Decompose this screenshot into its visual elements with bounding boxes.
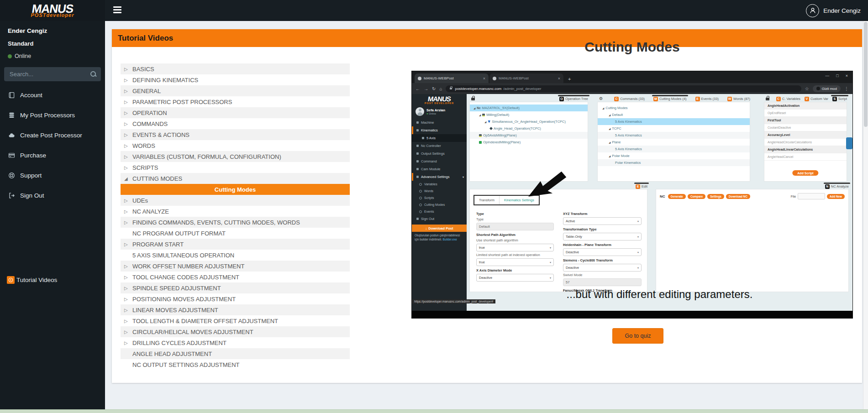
tutorial-topic-row[interactable]: ▷UDEs <box>121 195 350 206</box>
tutorial-topic-row[interactable]: ▷WORK OFFSET NUMBER ADJUSTMENT <box>121 261 350 272</box>
variable-row: AngleHeadCircularCalculations <box>764 139 847 146</box>
expander-icon[interactable]: ▷ <box>124 206 128 217</box>
tutorial-topic-row[interactable]: ▷SCRIPTS <box>121 162 350 173</box>
expander-icon[interactable]: ◢ <box>124 173 128 184</box>
tutorial-topic-row[interactable]: ▷GENERAL <box>121 85 350 96</box>
tutorial-topic-row[interactable]: ▷DRILLING CYCLES ADJUSTMENT <box>121 337 350 348</box>
sidebar-item-tutorial-videos[interactable]: Tutorial Videos <box>0 273 105 287</box>
tutorial-topic-row[interactable]: ▷TOOL LENGTH & DIAMETER OFFSET ADJUSTMEN… <box>121 315 350 326</box>
online-status-icon <box>8 54 12 58</box>
expander-icon[interactable]: ▷ <box>124 118 128 129</box>
cutting-modes-tree-row: ◢Polar Mode <box>598 152 750 159</box>
favicon-icon <box>493 77 496 80</box>
video-caption: ...but with different editing parameters… <box>467 288 852 301</box>
tutorial-lesson-row[interactable]: Cutting Modes <box>121 184 350 195</box>
tutorial-topic-row[interactable]: ▷TOOL CHANGE CODES ADJUSTMENT <box>121 272 350 282</box>
expander-icon[interactable]: ▷ <box>124 282 128 293</box>
page-scrollbar[interactable] <box>863 21 868 410</box>
new-tab-icon: + <box>568 76 571 82</box>
cutting-modes-tree-row: ◢Default <box>598 111 750 118</box>
tutorial-topic-row[interactable]: NC OUTPUT SETTINGS ADJUSTMENT <box>121 359 350 370</box>
expander-icon[interactable]: ▷ <box>124 217 128 228</box>
tutorial-topic-row[interactable]: ◢CUTTING MODES <box>121 173 350 184</box>
expander-icon[interactable]: ▷ <box>124 162 128 173</box>
tutorial-topic-row[interactable]: ▷LINEAR MOVES ADJUSTMENT <box>121 304 350 315</box>
expander-icon[interactable]: ▷ <box>124 63 128 74</box>
sidebar-item-my-post-processors[interactable]: My Post Processors <box>0 105 105 125</box>
field-label: Swivel Mode <box>563 273 642 277</box>
tutorial-topic-row[interactable]: ▷OPERATION <box>121 107 350 118</box>
tutorial-topic-row[interactable]: ▷WORDS <box>121 140 350 151</box>
tutorial-topic-row[interactable]: 5 AXIS SIMULTANEOUS OPERATION <box>121 250 350 261</box>
expander-icon[interactable]: ▷ <box>124 151 128 162</box>
expander-icon[interactable]: ▷ <box>124 129 128 140</box>
field-heading: Siemens - Cycle800 Transform <box>563 258 642 262</box>
field-heading: XYZ Transform <box>563 212 642 216</box>
tutorial-topic-row[interactable]: ▷PARAMETRIC POST PROCESSORS <box>121 96 350 107</box>
sidebar-user-panel: Ender Cengiz Standard Online <box>0 21 105 59</box>
sidebar-item-create-post-processor[interactable]: Create Post Processor <box>0 125 105 145</box>
tutorial-topic-row[interactable]: ▷SPINDLE SPEED ADJUSTMENT <box>121 282 350 293</box>
tutorial-topic-row[interactable]: ▷BASICS <box>121 63 350 74</box>
video-nav-machine: Machine <box>412 119 467 126</box>
expander-icon[interactable]: ▷ <box>124 107 128 118</box>
browser-tab-title: MANUS-WEBPost <box>499 76 529 80</box>
topic-label: CIRCULAR/HELICAL MOVES ADJUSTMENT <box>132 329 253 335</box>
tutorial-topic-row[interactable]: ▷NC ANALYZE <box>121 206 350 217</box>
sidebar-item-support[interactable]: Support <box>0 165 105 185</box>
expander-icon[interactable]: ▷ <box>124 315 128 326</box>
tutorial-topic-row[interactable]: ▷PROGRAM START <box>121 239 350 250</box>
tab-words-87: WWords (87) <box>727 95 750 101</box>
scrollbar-thumb[interactable] <box>864 22 868 127</box>
anglehead-icon <box>489 127 493 130</box>
tab-cutting-modes-4: MCutting Modes (4) <box>653 95 687 101</box>
topic-label: WORDS <box>132 142 155 149</box>
topbar-user-menu[interactable]: Ender Cengiz <box>806 0 861 21</box>
go-to-quiz-button[interactable]: Go to quiz <box>612 328 663 344</box>
nc-analyze-header: N NC Analyze <box>656 182 849 189</box>
video-nav-5-axis: 5 Axis <box>412 134 467 142</box>
expander-icon[interactable]: ▷ <box>124 96 128 107</box>
tutorial-topic-row[interactable]: ▷FINDING COMMANDS, EVENTS, CUTTING MODES… <box>121 217 350 228</box>
video-nav-command: Command <box>412 157 467 165</box>
expander-icon[interactable]: ▷ <box>124 74 128 85</box>
tutorial-topic-row[interactable]: ▷COMMANDS <box>121 118 350 129</box>
expander-icon[interactable]: ▷ <box>124 239 128 250</box>
brand-logo[interactable]: MANUS POSTdeveloper <box>0 0 105 21</box>
search-icon[interactable] <box>90 71 96 78</box>
nav-bullet-icon <box>419 190 422 193</box>
tutorial-topic-row[interactable]: ▷EVENTS & ACTIONS <box>121 129 350 140</box>
select-value: true <box>479 260 485 264</box>
cutting-modes-tree-row: Polar Kinematics <box>598 159 750 166</box>
tutorial-topic-row[interactable]: ▷DEFINING KINEMATICS <box>121 74 350 85</box>
field-select: Deactive▾ <box>563 264 642 272</box>
video-nav-label: Words <box>424 189 433 193</box>
tutorial-topic-row[interactable]: ▷POSITIONING MOVES ADJUSTMENT <box>121 293 350 304</box>
nav-bullet-icon <box>416 152 419 155</box>
expander-icon[interactable]: ▷ <box>124 304 128 315</box>
expander-icon[interactable]: ▷ <box>124 195 128 206</box>
tutorial-topic-row[interactable]: ▷VARIABLES (CUSTOM, FORMULA, CONFIGURATI… <box>121 151 350 162</box>
sidebar-item-account[interactable]: Account <box>0 85 105 105</box>
sidebar-item-purchase[interactable]: Purchase <box>0 145 105 165</box>
expander-icon[interactable]: ▷ <box>124 140 128 151</box>
tab-edit: E Edit <box>636 183 647 189</box>
tutorial-topic-row[interactable]: ▷CIRCULAR/HELICAL MOVES ADJUSTMENT <box>121 326 350 337</box>
operation-tree-row: ◢NcMAZATROL_5X(Default) <box>470 105 588 111</box>
expander-icon[interactable]: ▷ <box>124 272 128 282</box>
expander-icon[interactable]: ▷ <box>124 293 128 304</box>
tutorial-topic-row[interactable]: ANGLE HEAD ADJUSTMENT <box>121 348 350 359</box>
sidebar-nav: AccountMy Post ProcessorsCreate Post Pro… <box>0 85 105 205</box>
expander-icon[interactable]: ▷ <box>124 85 128 96</box>
expander-icon[interactable]: ▷ <box>124 326 128 337</box>
topic-label: VARIABLES (CUSTOM, FORMULA, CONFIGURATIO… <box>132 153 281 160</box>
tutorial-topic-row[interactable]: NC PROGRAM OUTPUT FORMAT <box>121 228 350 239</box>
video-nav-label: Advanced Settings <box>421 175 450 179</box>
expander-icon[interactable]: ▷ <box>124 337 128 348</box>
tree-node-label: 5 Axis Kinematics <box>615 147 642 151</box>
hamburger-menu-icon[interactable] <box>113 6 122 15</box>
sidebar-item-sign-out[interactable]: Sign Out <box>0 185 105 205</box>
tutorial-video[interactable]: MANUS-WEBPost × MANUS-WEBPost × + — □ × <box>412 71 852 318</box>
search-input[interactable] <box>4 71 90 78</box>
expander-icon[interactable]: ▷ <box>124 261 128 272</box>
